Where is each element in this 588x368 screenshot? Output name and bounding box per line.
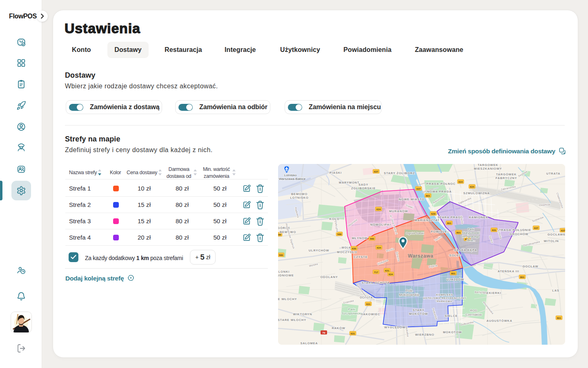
svg-text:AUGUSTÓWKA: AUGUSTÓWKA [486, 319, 512, 323]
svg-text:SIELCE: SIELCE [445, 314, 458, 318]
svg-text:TARGÓWEK: TARGÓWEK [496, 173, 517, 176]
svg-text:STARY: STARY [413, 308, 425, 312]
svg-text:801: 801 [447, 222, 452, 224]
svg-text:KOŁO: KOŁO [330, 217, 340, 221]
svg-text:GOCŁAW: GOCŁAW [523, 265, 539, 268]
svg-text:634: 634 [459, 180, 463, 183]
svg-text:STARA OCHOTA: STARA OCHOTA [362, 281, 390, 285]
svg-text:Ogród Saski: Ogród Saski [405, 231, 424, 235]
svg-text:634: 634 [470, 185, 474, 188]
svg-text:631: 631 [351, 332, 355, 335]
svg-text:ODOLANY: ODOLANY [320, 275, 338, 279]
svg-text:MARIENSZTAT: MARIENSZTAT [414, 218, 439, 222]
svg-text:UJAZDÓW: UJAZDÓW [446, 278, 464, 281]
svg-text:NOWA PRAGA: NOWA PRAGA [427, 190, 452, 193]
svg-text:717: 717 [374, 271, 379, 274]
svg-text:WIERZBNO: WIERZBNO [415, 333, 434, 337]
svg-text:Mokotowskie: Mokotowskie [399, 293, 419, 297]
svg-text:POŁUDNIOWE: POŁUDNIOWE [278, 274, 294, 277]
svg-text:Jana...: Jana... [466, 239, 475, 242]
svg-text:JELONKI: JELONKI [278, 270, 290, 274]
svg-text:630: 630 [352, 247, 356, 250]
svg-text:PRAGA-POŁUDNIE: PRAGA-POŁUDNIE [499, 228, 531, 232]
svg-text:Park: Park [468, 228, 474, 231]
svg-text:"PARKOWA": "PARKOWA" [436, 300, 454, 303]
svg-text:GROCHÓW: GROCHÓW [510, 232, 529, 236]
svg-text:BEMOWO: BEMOWO [291, 192, 307, 196]
svg-text:SASKA KĘPA: SASKA KĘPA [454, 248, 477, 252]
svg-text:634: 634 [377, 246, 381, 249]
svg-text:PIASKI: PIASKI [330, 171, 342, 175]
svg-text:NOWOLIPKI: NOWOLIPKI [370, 223, 391, 227]
svg-text:MARYMONT: MARYMONT [339, 181, 359, 184]
svg-text:637: 637 [561, 229, 565, 232]
svg-text:Park: Park [348, 307, 356, 311]
svg-text:801: 801 [451, 272, 456, 275]
svg-text:PRAGA-PÓŁNOC: PRAGA-PÓŁNOC [426, 182, 455, 186]
svg-text:MOKOTÓW: MOKOTÓW [443, 330, 462, 334]
svg-text:NOWE MIASTO: NOWE MIASTO [399, 197, 424, 201]
svg-text:588: 588 [337, 233, 342, 236]
svg-text:LOTNISKO: LOTNISKO [290, 196, 308, 200]
svg-text:CZYSTE: CZYSTE [354, 255, 368, 259]
svg-text:RAKÓW: RAKÓW [332, 326, 345, 330]
svg-text:WOLA: WOLA [342, 246, 351, 249]
svg-text:ATEŃSKA III: ATEŃSKA III [498, 269, 519, 273]
svg-text:801: 801 [520, 276, 525, 278]
svg-text:LAS: LAS [552, 289, 559, 292]
svg-text:Pole: Pole [405, 289, 413, 293]
svg-text:WE WŁOCHY: WE WŁOCHY [278, 297, 297, 301]
svg-text:Czerniaków: Czerniaków [466, 313, 482, 316]
svg-text:MOCZYDŁO: MOCZYDŁO [337, 250, 357, 254]
svg-text:MURANÓW: MURANÓW [389, 209, 408, 213]
svg-text:Warszawa: Warszawa [408, 253, 433, 259]
svg-text:801: 801 [457, 231, 461, 234]
svg-text:580: 580 [279, 254, 283, 256]
svg-text:STARA PRAGA: STARA PRAGA [438, 215, 463, 219]
svg-text:MŁYNÓW: MŁYNÓW [352, 236, 368, 240]
svg-text:79: 79 [323, 331, 325, 334]
svg-text:637: 637 [374, 170, 379, 173]
svg-text:Lotnisko: Lotnisko [284, 173, 297, 177]
svg-text:WITOLIN: WITOLIN [543, 239, 559, 243]
svg-text:STARE WŁOCHY: STARE WŁOCHY [278, 318, 306, 322]
svg-text:FABRYCZNY: FABRYCZNY [496, 176, 517, 180]
svg-text:WYGLĘDÓW: WYGLĘDÓW [384, 325, 405, 329]
svg-text:im. Ignacego: im. Ignacego [462, 235, 479, 238]
svg-text:801: 801 [557, 316, 561, 319]
svg-text:SADY: SADY [359, 183, 368, 186]
svg-text:ULRYCHÓW: ULRYCHÓW [309, 249, 329, 252]
svg-text:637: 637 [416, 187, 421, 190]
svg-text:SOLEC: SOLEC [449, 254, 461, 257]
svg-text:MOKOTÓW: MOKOTÓW [409, 312, 428, 316]
svg-text:UTRATA: UTRATA [546, 172, 561, 175]
svg-text:629: 629 [431, 212, 436, 215]
svg-text:631: 631 [385, 269, 390, 272]
svg-text:ROD: ROD [470, 309, 477, 312]
svg-text:SALOMEA: SALOMEA [300, 341, 318, 345]
svg-text:801: 801 [426, 194, 430, 197]
svg-text:631: 631 [366, 303, 371, 305]
svg-text:SZMULOWIZNA: SZMULOWIZNA [463, 191, 490, 195]
svg-text:631: 631 [492, 229, 497, 231]
svg-text:580: 580 [370, 237, 374, 240]
svg-text:634: 634 [376, 208, 381, 211]
svg-text:Bartycka: Bartycka [475, 291, 486, 294]
svg-text:634: 634 [389, 273, 393, 276]
svg-text:KAMIONEK: KAMIONEK [469, 215, 488, 219]
svg-text:637: 637 [534, 227, 539, 229]
svg-text:Szczęśliwicki: Szczęśliwicki [342, 312, 361, 315]
svg-text:KOMPLEKS: KOMPLEKS [436, 293, 453, 296]
svg-text:TARGOWEK: TARGOWEK [478, 164, 498, 167]
svg-text:RAKOWIEC: RAKOWIEC [361, 312, 380, 316]
svg-text:STARY ŻOLIBORZ: STARY ŻOLIBORZ [384, 171, 415, 175]
svg-text:WIKTORYN: WIKTORYN [293, 312, 312, 316]
svg-text:ŻOLIBORSKIE: ŻOLIBORSKIE [351, 186, 376, 190]
svg-text:GOCŁAWEK: GOCŁAWEK [548, 233, 565, 236]
svg-text:Skaryszewski: Skaryszewski [462, 231, 480, 235]
svg-text:Warszawa-Babice: Warszawa-Babice [279, 177, 306, 181]
svg-text:HOTELOWO-REZYDENCYJNY: HOTELOWO-REZYDENCYJNY [423, 296, 466, 299]
svg-text:POWIŚLE: POWIŚLE [431, 230, 447, 233]
svg-text:MIESZKANIOWY: MIESZKANIOWY [474, 167, 502, 171]
